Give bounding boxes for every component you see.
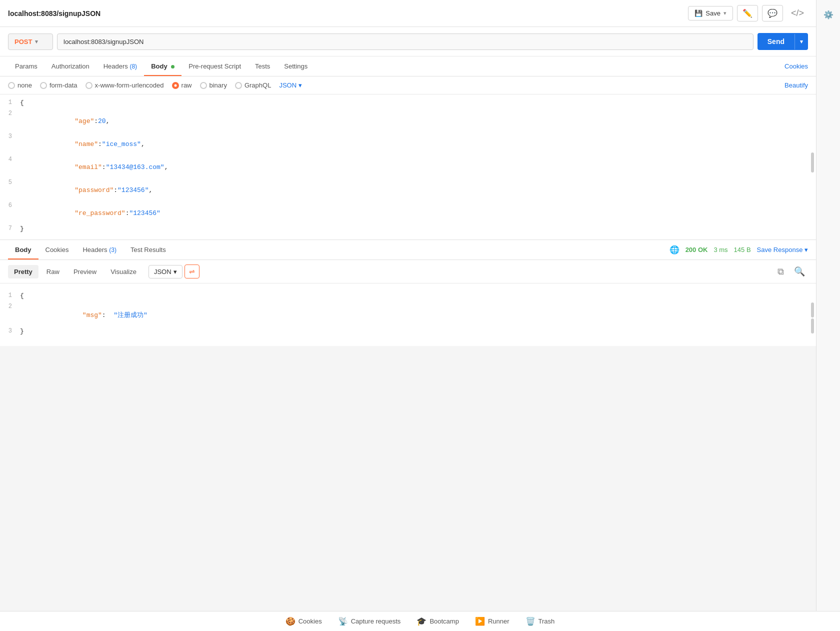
edit-button[interactable]: ✏️ <box>737 5 758 22</box>
graphql-radio[interactable] <box>235 82 242 89</box>
json-dropdown[interactable]: JSON ▾ <box>279 82 302 89</box>
tab-pre-request[interactable]: Pre-request Script <box>182 56 248 76</box>
tab-authorization[interactable]: Authorization <box>44 56 96 76</box>
url-input[interactable] <box>57 34 754 50</box>
save-chevron-icon: ▾ <box>724 10 726 16</box>
code-line-5: 5 "password":"123456", <box>0 178 816 202</box>
binary-option[interactable]: binary <box>200 82 227 89</box>
graphql-option[interactable]: GraphQL <box>235 82 271 89</box>
format-json-chevron-icon: ▾ <box>174 268 177 276</box>
wrap-icon: ⇌ <box>189 268 195 276</box>
line-content-6: "re_password":"123456" <box>20 202 160 224</box>
form-data-label: form-data <box>50 82 78 89</box>
trash-icon: 🗑️ <box>526 616 536 626</box>
code-line-2: 2 "age":20, <box>0 110 816 132</box>
response-icons: ⧉ 🔍 <box>774 264 808 279</box>
line-num-3: 3 <box>0 132 20 140</box>
response-format-row: Pretty Raw Preview Visualize JSON ▾ ⇌ ⧉ … <box>0 260 816 284</box>
line-num-5: 5 <box>0 178 20 186</box>
resp-line-num-3: 3 <box>0 327 20 334</box>
response-headers-badge: (3) <box>109 246 116 254</box>
tab-tests[interactable]: Tests <box>248 56 277 76</box>
none-label: none <box>18 82 32 89</box>
raw-radio[interactable] <box>172 82 179 89</box>
globe-icon: 🌐 <box>670 245 680 254</box>
send-button[interactable]: Send ▾ <box>758 33 808 50</box>
capture-icon: 📡 <box>338 616 348 626</box>
url-bar: POST ▾ Send ▾ <box>0 27 816 56</box>
form-data-radio[interactable] <box>40 82 47 89</box>
none-option[interactable]: none <box>8 82 32 89</box>
method-select[interactable]: POST ▾ <box>8 34 53 50</box>
format-preview[interactable]: Preview <box>68 265 102 278</box>
beautify-button[interactable]: Beautify <box>784 82 808 89</box>
response-scrollbar-top <box>811 302 814 318</box>
resp-line-3: 3 } <box>0 327 816 338</box>
bootcamp-icon: 🎓 <box>416 616 426 626</box>
save-response-chevron-icon: ▾ <box>804 246 808 254</box>
wrap-button[interactable]: ⇌ <box>184 264 200 278</box>
resp-line-content-1: { <box>20 292 24 300</box>
copy-response-button[interactable]: ⧉ <box>774 264 787 279</box>
top-bar: localhost:8083/signupJSON 💾 Save ▾ ✏️ 💬 … <box>0 0 816 27</box>
binary-radio[interactable] <box>200 82 207 89</box>
format-pretty[interactable]: Pretty <box>8 265 38 278</box>
body-type-row: none form-data x-www-form-urlencoded raw… <box>0 76 816 94</box>
resp-line-num-2: 2 <box>0 302 20 310</box>
code-line-4: 4 "email":"13434@163.com", <box>0 156 816 178</box>
line-content-5: "password":"123456", <box>20 178 152 202</box>
urlencoded-radio[interactable] <box>86 82 92 89</box>
bottom-bootcamp[interactable]: 🎓 Bootcamp <box>416 616 459 626</box>
resp-line-content-3: } <box>20 327 24 335</box>
none-radio[interactable] <box>8 82 15 89</box>
response-tabs-row: Body Cookies Headers (3) Test Results 🌐 … <box>0 240 816 260</box>
sidebar-settings-icon[interactable]: ⚙️ <box>820 6 838 24</box>
graphql-label: GraphQL <box>244 82 271 89</box>
urlencoded-option[interactable]: x-www-form-urlencoded <box>86 82 164 89</box>
top-bar-actions: 💾 Save ▾ ✏️ 💬 </> <box>688 5 808 22</box>
send-chevron-icon: ▾ <box>794 34 808 50</box>
form-data-option[interactable]: form-data <box>40 82 78 89</box>
line-content-1: { <box>20 98 24 106</box>
response-time: 3 ms <box>714 246 728 254</box>
bottom-cookies[interactable]: 🍪 Cookies <box>286 616 322 626</box>
tab-body[interactable]: Body <box>144 56 182 76</box>
line-num-7: 7 <box>0 224 20 232</box>
bottom-trash[interactable]: 🗑️ Trash <box>526 616 555 626</box>
response-tab-headers[interactable]: Headers (3) <box>76 240 123 260</box>
format-json-dropdown[interactable]: JSON ▾ <box>148 265 182 278</box>
editor-scrollbar <box>811 152 814 172</box>
json-chevron-icon: ▾ <box>298 82 302 89</box>
bottom-runner[interactable]: ▶️ Runner <box>475 616 510 626</box>
response-tab-test-results[interactable]: Test Results <box>124 240 173 260</box>
save-response-button[interactable]: Save Response ▾ <box>757 246 808 254</box>
cookies-link[interactable]: Cookies <box>784 62 808 70</box>
response-size: 145 B <box>734 246 751 254</box>
json-label: JSON <box>279 82 296 89</box>
code-lines: 1 { 2 "age":20, 3 "name":"ice_moss", 4 <box>0 94 816 240</box>
response-tab-body[interactable]: Body <box>8 240 38 260</box>
copy-icon: ⧉ <box>778 266 784 276</box>
response-tab-cookies[interactable]: Cookies <box>38 240 76 260</box>
line-num-1: 1 <box>0 98 20 106</box>
resp-line-num-1: 1 <box>0 292 20 299</box>
page-title: localhost:8083/signupJSON <box>8 10 100 18</box>
response-scrollbar-bottom <box>811 318 814 334</box>
tab-settings[interactable]: Settings <box>277 56 314 76</box>
format-visualize[interactable]: Visualize <box>104 265 142 278</box>
format-raw[interactable]: Raw <box>40 265 66 278</box>
bottom-capture[interactable]: 📡 Capture requests <box>338 616 401 626</box>
tab-headers[interactable]: Headers (8) <box>96 56 144 76</box>
raw-option[interactable]: raw <box>172 82 192 89</box>
capture-label: Capture requests <box>351 618 401 625</box>
request-body-editor[interactable]: 1 { 2 "age":20, 3 "name":"ice_moss", 4 <box>0 94 816 240</box>
bootcamp-label: Bootcamp <box>430 618 459 625</box>
tab-params[interactable]: Params <box>8 56 44 76</box>
save-button[interactable]: 💾 Save ▾ <box>688 6 733 20</box>
line-content-7: } <box>20 224 24 232</box>
search-response-button[interactable]: 🔍 <box>791 264 808 279</box>
comment-button[interactable]: 💬 <box>762 5 783 22</box>
search-icon: 🔍 <box>794 266 805 276</box>
code-button[interactable]: </> <box>787 6 808 20</box>
line-num-2: 2 <box>0 110 20 117</box>
